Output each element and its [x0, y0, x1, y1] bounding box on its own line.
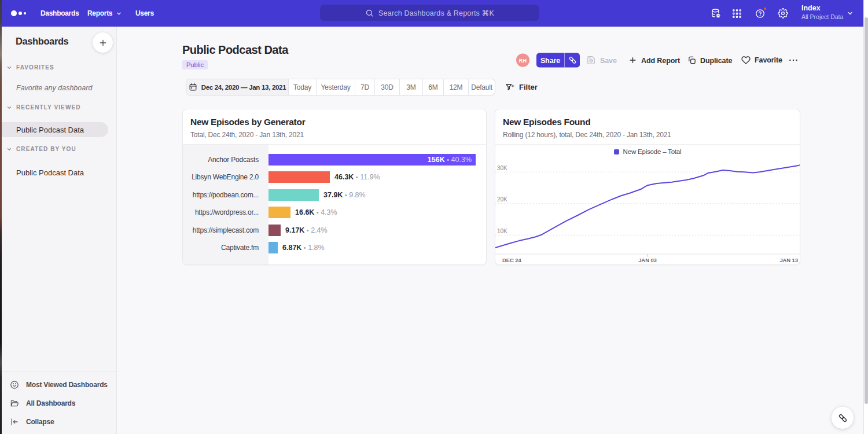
- bar-3[interactable]: [269, 189, 319, 201]
- search-placeholder: Search Dashboards & Reports ⌘K: [378, 9, 494, 17]
- duplicate-button[interactable]: Duplicate: [687, 56, 732, 65]
- bar-value-label: 156K • 40.3%: [428, 154, 472, 165]
- bar-category-label: https://wordpress.or...: [183, 207, 259, 218]
- x-axis-tick-label: JAN 13: [779, 257, 798, 263]
- date-range-picker[interactable]: Dec 24, 2020 — Jan 13, 2021: [186, 79, 289, 95]
- page-scrollbar[interactable]: [863, 0, 868, 434]
- legend-swatch: [614, 149, 619, 155]
- nav-item-users[interactable]: Users: [135, 9, 154, 17]
- bar-category-label: https://simplecast.com: [183, 225, 259, 236]
- date-controls: Dec 24, 2020 — Jan 13, 2021 TodayYesterd…: [186, 79, 538, 95]
- main-content: Public Podcast Data Public RH Share Save…: [117, 27, 863, 434]
- top-navigation-bar: DashboardsReportsUsers Search Dashboards…: [0, 0, 863, 27]
- sidebar-footer-all-dashboards[interactable]: All Dashboards: [0, 395, 116, 412]
- bar-chart-title: New Episodes by Generator: [190, 117, 305, 127]
- add-report-label: Add Report: [641, 56, 680, 64]
- chevron-down-icon: [847, 10, 854, 17]
- sidebar-title: Dashboards: [16, 36, 68, 47]
- bar-value-label: 46.3K • 11.9%: [334, 171, 380, 183]
- section-label: CREATED BY YOU: [16, 146, 76, 152]
- sidebar-item-public-podcast-data[interactable]: Public Podcast Data: [0, 122, 108, 137]
- save-button[interactable]: Save: [586, 56, 617, 65]
- line-chart: New Episode – Total 10K20K30KDEC 24JAN 0…: [495, 145, 800, 265]
- bar-6[interactable]: [269, 242, 278, 253]
- date-preset-7d[interactable]: 7D: [355, 79, 375, 95]
- sidebar-footer-most-viewed-dashboards[interactable]: Most Viewed Dashboards: [0, 376, 116, 393]
- duplicate-icon: [687, 56, 696, 65]
- copy-link-fab[interactable]: [832, 407, 854, 429]
- section-label: FAVORITES: [16, 64, 54, 71]
- scrollbar-thumb[interactable]: [865, 17, 868, 404]
- bar-chart-card: New Episodes by Generator Total, Dec 24t…: [182, 109, 487, 265]
- favorites-empty-hint: Favorite any dashboard: [16, 84, 92, 92]
- filter-button[interactable]: Filter: [505, 79, 538, 95]
- save-label: Save: [600, 56, 617, 64]
- calendar-icon: [189, 83, 197, 91]
- bar-4[interactable]: [269, 207, 290, 218]
- settings-gear-button[interactable]: [778, 0, 788, 27]
- date-preset-today[interactable]: Today: [289, 79, 317, 95]
- search-icon: [365, 9, 374, 17]
- bar-category-label: Captivate.fm: [183, 242, 259, 253]
- share-link-button[interactable]: [565, 56, 580, 65]
- nav-item-reports[interactable]: Reports: [87, 9, 122, 17]
- x-axis-tick-label: DEC 24: [502, 257, 521, 263]
- chevron-down-icon: [6, 65, 12, 71]
- project-switcher[interactable]: Index All Project Data: [801, 4, 856, 21]
- dashboard-actions: RH Share Save Add Report Duplicate Favor…: [117, 53, 863, 68]
- search-input[interactable]: Search Dashboards & Reports ⌘K: [320, 5, 539, 21]
- nav-item-label: Dashboards: [41, 9, 79, 17]
- y-axis-tick-label: 30K: [497, 165, 507, 171]
- sidebar: Dashboards FAVORITESFavorite any dashboa…: [0, 27, 117, 434]
- nav-item-dashboards[interactable]: Dashboards: [41, 9, 79, 17]
- avatar[interactable]: RH: [516, 54, 529, 67]
- share-button[interactable]: Share: [536, 53, 580, 68]
- x-axis-tick-label: JAN 03: [638, 257, 657, 263]
- filter-icon: [505, 83, 514, 92]
- folder-icon: [10, 399, 19, 408]
- bar-category-label: https://podbean.com...: [183, 189, 259, 201]
- sidebar-section-recently-viewed[interactable]: RECENTLY VIEWED: [0, 104, 81, 111]
- nav-item-label: Users: [135, 9, 154, 17]
- date-preset-6m[interactable]: 6M: [423, 79, 444, 95]
- sidebar-section-created-by-you[interactable]: CREATED BY YOU: [0, 146, 76, 152]
- sidebar-item-public-podcast-data[interactable]: Public Podcast Data: [0, 165, 108, 180]
- date-preset-30d[interactable]: 30D: [375, 79, 400, 95]
- y-axis-tick-label: 20K: [497, 196, 507, 203]
- bar-2[interactable]: [269, 171, 330, 183]
- bar-chart: Anchor Podcasts156K • 40.3%Libsyn WebEng…: [183, 145, 486, 264]
- collapse-icon: [10, 417, 19, 426]
- bar-value-label: 16.6K • 4.3%: [295, 207, 337, 218]
- save-icon: [586, 56, 596, 65]
- help-button[interactable]: [755, 0, 765, 27]
- date-preset-3m[interactable]: 3M: [400, 79, 423, 95]
- bar-5[interactable]: [269, 225, 281, 236]
- bar-chart-subtitle: Total, Dec 24th, 2020 - Jan 13th, 2021: [190, 131, 304, 139]
- chevron-down-icon: [116, 10, 122, 17]
- bar-category-label: Anchor Podcasts: [183, 154, 259, 165]
- date-range-control: Dec 24, 2020 — Jan 13, 2021 TodayYesterd…: [186, 79, 495, 95]
- data-management-button[interactable]: [711, 0, 722, 27]
- add-dashboard-button[interactable]: [93, 32, 113, 53]
- chevron-down-icon: [6, 105, 12, 111]
- sidebar-footer-collapse[interactable]: Collapse: [0, 413, 116, 431]
- smiley-icon: [10, 380, 19, 389]
- footer-item-label: All Dashboards: [26, 399, 75, 407]
- apps-grid-button[interactable]: [732, 0, 742, 27]
- section-label: RECENTLY VIEWED: [16, 104, 81, 111]
- date-preset-12m[interactable]: 12M: [444, 79, 469, 95]
- top-nav: DashboardsReportsUsers: [0, 0, 347, 27]
- more-options-button[interactable]: [788, 55, 799, 65]
- date-preset-default[interactable]: Default: [469, 79, 495, 95]
- screen-edge-artifact: [0, 0, 2, 434]
- line-chart-subtitle: Rolling (12 hours), total, Dec 24th, 202…: [503, 131, 671, 139]
- line-chart-title: New Episodes Found: [503, 117, 590, 127]
- sidebar-section-favorites[interactable]: FAVORITES: [0, 64, 54, 71]
- link-icon: [838, 413, 848, 423]
- add-report-button[interactable]: Add Report: [628, 56, 680, 65]
- nav-item-label: Reports: [87, 9, 112, 17]
- favorite-button[interactable]: Favorite: [741, 56, 782, 65]
- line-series: [495, 165, 800, 248]
- date-preset-yesterday[interactable]: Yesterday: [317, 79, 355, 95]
- filter-label: Filter: [519, 83, 538, 91]
